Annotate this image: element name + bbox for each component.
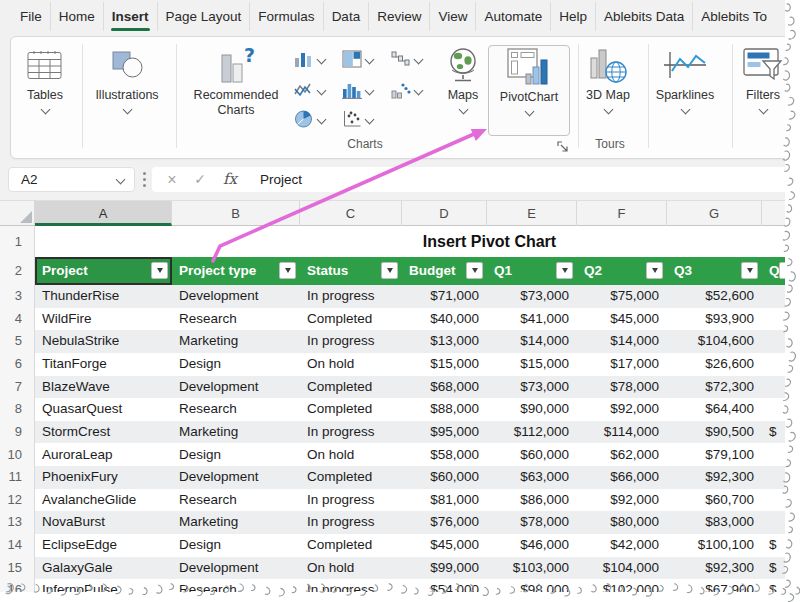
row-header-3[interactable]: 3 — [0, 285, 35, 308]
cell-project-3[interactable]: ThunderRise — [35, 285, 172, 308]
cell-q3-9[interactable]: $90,500 — [667, 421, 762, 444]
cell-q1-15[interactable]: $103,000 — [487, 557, 577, 580]
row-header-10[interactable]: 10 — [0, 444, 35, 467]
cell-project-16[interactable]: InfernoPulse — [35, 579, 172, 602]
row-header-16[interactable]: 16 — [0, 579, 35, 602]
cell-type-5[interactable]: Marketing — [172, 330, 300, 353]
row-header-2[interactable]: 2 — [0, 257, 35, 285]
tab-home[interactable]: Home — [50, 2, 103, 31]
cell-project-6[interactable]: TitanForge — [35, 353, 172, 376]
row-header-15[interactable]: 15 — [0, 557, 35, 580]
row-header-14[interactable]: 14 — [0, 534, 35, 557]
row-header-9[interactable]: 9 — [0, 421, 35, 444]
cell-project-8[interactable]: QuasarQuest — [35, 398, 172, 421]
cell-q2-15[interactable]: $104,000 — [577, 557, 667, 580]
cell-project-7[interactable]: BlazeWave — [35, 376, 172, 399]
cell-q4-7[interactable] — [762, 376, 800, 399]
cell-q4-5[interactable] — [762, 330, 800, 353]
cancel-icon[interactable]: × — [160, 167, 184, 192]
cell-status-16[interactable]: In progress — [300, 579, 402, 602]
cell-status-12[interactable]: In progress — [300, 489, 402, 512]
cell-status-5[interactable]: In progress — [300, 330, 402, 353]
header-cell-project-type[interactable]: Project type — [172, 257, 300, 285]
cell-q2-11[interactable]: $66,000 — [577, 466, 667, 489]
cell-q1-14[interactable]: $46,000 — [487, 534, 577, 557]
insert-histogram-chart-button[interactable] — [342, 81, 373, 99]
tab-ablebits-data[interactable]: Ablebits Data — [595, 2, 692, 31]
cell-status-15[interactable]: On hold — [300, 557, 402, 580]
filter-button[interactable] — [381, 262, 398, 279]
cell-q3-11[interactable]: $92,300 — [667, 466, 762, 489]
column-header-B[interactable]: B — [172, 201, 300, 226]
tab-automate[interactable]: Automate — [475, 2, 550, 31]
header-cell-q3[interactable]: Q3 — [667, 257, 762, 285]
cell-q2-9[interactable]: $114,000 — [577, 421, 667, 444]
cell-type-3[interactable]: Development — [172, 285, 300, 308]
cell-q3-14[interactable]: $100,100 — [667, 534, 762, 557]
cell-type-4[interactable]: Research — [172, 308, 300, 331]
column-header-D[interactable]: D — [402, 201, 487, 226]
header-cell-q2[interactable]: Q2 — [577, 257, 667, 285]
cell-q3-13[interactable]: $83,000 — [667, 511, 762, 534]
insert-line-chart-button[interactable] — [294, 81, 325, 99]
cell-status-10[interactable]: On hold — [300, 444, 402, 467]
sparklines-button[interactable]: Sparklines — [652, 46, 718, 113]
cell-type-6[interactable]: Design — [172, 353, 300, 376]
cell-q4-8[interactable] — [762, 398, 800, 421]
filters-button[interactable]: Filters — [736, 46, 790, 113]
cell-budget-3[interactable]: $71,000 — [402, 285, 487, 308]
cell-q3-12[interactable]: $60,700 — [667, 489, 762, 512]
row-header-8[interactable]: 8 — [0, 398, 35, 421]
cell-type-11[interactable]: Development — [172, 466, 300, 489]
filter-button[interactable] — [556, 262, 573, 279]
cell-q1-8[interactable]: $90,000 — [487, 398, 577, 421]
formula-bar[interactable] — [152, 167, 800, 192]
cell-q2-5[interactable]: $14,000 — [577, 330, 667, 353]
pivotchart-button[interactable]: PivotChart — [488, 45, 570, 136]
insert-waterfall-chart-button[interactable] — [391, 50, 422, 68]
cell-q4-15[interactable]: $ — [762, 557, 800, 580]
tab-data[interactable]: Data — [323, 2, 369, 31]
cell-q4-3[interactable] — [762, 285, 800, 308]
tab-formulas[interactable]: Formulas — [249, 2, 322, 31]
cell-budget-5[interactable]: $13,000 — [402, 330, 487, 353]
cell-q1-7[interactable]: $73,000 — [487, 376, 577, 399]
cell-status-7[interactable]: Completed — [300, 376, 402, 399]
filter-button[interactable] — [151, 262, 168, 279]
cell-budget-15[interactable]: $99,000 — [402, 557, 487, 580]
cell-type-13[interactable]: Marketing — [172, 511, 300, 534]
cell-q2-7[interactable]: $78,000 — [577, 376, 667, 399]
cell-q4-4[interactable] — [762, 308, 800, 331]
cell-q1-4[interactable]: $41,000 — [487, 308, 577, 331]
tab-ablebits-to[interactable]: Ablebits To — [692, 2, 775, 31]
cell-q3-6[interactable]: $26,600 — [667, 353, 762, 376]
recommended-charts-button[interactable]: ? Recommended Charts — [186, 46, 286, 118]
cell-q2-13[interactable]: $80,000 — [577, 511, 667, 534]
cell-type-9[interactable]: Marketing — [172, 421, 300, 444]
cell-status-4[interactable]: Completed — [300, 308, 402, 331]
tab-review[interactable]: Review — [368, 2, 429, 31]
cell-q1-10[interactable]: $60,000 — [487, 444, 577, 467]
illustrations-button[interactable]: Illustrations — [92, 46, 162, 113]
header-cell-status[interactable]: Status — [300, 257, 402, 285]
cell-budget-13[interactable]: $76,000 — [402, 511, 487, 534]
column-header-A[interactable]: A — [35, 201, 172, 226]
cell-status-14[interactable]: Completed — [300, 534, 402, 557]
row-header-1[interactable]: 1 — [0, 226, 35, 257]
row-header-12[interactable]: 12 — [0, 489, 35, 512]
insert-pie-chart-button[interactable] — [294, 110, 325, 128]
row-header-4[interactable]: 4 — [0, 308, 35, 331]
cell-type-16[interactable]: Research — [172, 579, 300, 602]
3d-map-button[interactable]: 3D Map — [584, 46, 632, 113]
cell-q1-12[interactable]: $86,000 — [487, 489, 577, 512]
cell-q1-13[interactable]: $78,000 — [487, 511, 577, 534]
cell-budget-4[interactable]: $40,000 — [402, 308, 487, 331]
tab-file[interactable]: File — [12, 2, 50, 31]
cell-project-10[interactable]: AuroraLeap — [35, 444, 172, 467]
cell-q2-4[interactable]: $45,000 — [577, 308, 667, 331]
cell-q4-16[interactable]: $ — [762, 579, 800, 602]
insert-scatter-chart-button[interactable] — [342, 110, 373, 128]
cell-budget-16[interactable]: $54,000 — [402, 579, 487, 602]
cell-budget-14[interactable]: $45,000 — [402, 534, 487, 557]
header-cell-project[interactable]: Project — [35, 257, 172, 285]
